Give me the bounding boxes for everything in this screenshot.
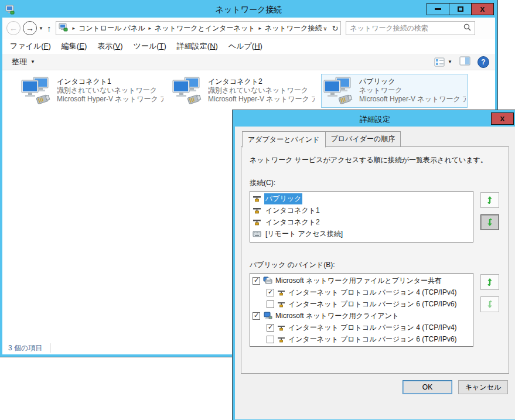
binding-checkbox[interactable]: ✓ <box>253 277 260 285</box>
search-icon <box>463 23 471 33</box>
network-client-icon <box>263 312 272 320</box>
crumb-control-panel[interactable]: コントロール パネル <box>79 23 145 33</box>
organize-dropdown-icon: ▼ <box>30 59 35 64</box>
connection-item-public[interactable]: パブリック <box>251 193 472 204</box>
binding-checkbox[interactable]: ✓ <box>267 301 274 308</box>
menu-bar: ファイル(F) 編集(E) 表示(V) ツール(T) 詳細設定(N) ヘルプ(H… <box>2 39 495 54</box>
network-connection-icon <box>21 76 53 106</box>
refresh-icon[interactable]: ↻ <box>332 24 339 33</box>
binding-checkbox[interactable]: ✓ <box>267 336 274 343</box>
address-dropdown-icon[interactable]: ∨ <box>323 25 327 32</box>
binding-client-for-networks[interactable]: ✓ Microsoft ネットワーク用クライアント <box>251 310 472 322</box>
help-button[interactable]: ? <box>478 56 489 68</box>
connections-label: 接続(C): <box>250 178 500 188</box>
crumb-separator-icon: ▸ <box>149 25 152 31</box>
back-icon: ← <box>9 23 18 33</box>
connection-status: 識別されていないネットワーク <box>57 86 163 95</box>
bindings-move-down-button[interactable] <box>480 296 499 312</box>
menu-file[interactable]: ファイル(F) <box>5 39 56 53</box>
search-box <box>346 21 475 35</box>
connection-device: Microsoft Hyper-V ネットワーク ア... <box>208 95 315 104</box>
close-icon: x <box>480 5 485 13</box>
move-down-icon <box>486 218 494 227</box>
dialog-button-row: OK キャンセル <box>241 374 509 401</box>
dialog-title: 詳細設定 <box>360 114 390 125</box>
connection-device: Microsoft Hyper-V ネットワーク ア... <box>359 95 466 104</box>
menu-help[interactable]: ヘルプ(H) <box>223 39 268 53</box>
binding-checkbox[interactable]: ✓ <box>267 324 274 332</box>
protocol-icon <box>277 289 285 296</box>
binding-file-printer-sharing[interactable]: ✓ Microsoft ネットワーク用ファイルとプリンター共有 <box>251 275 472 286</box>
crumb-separator-icon: ▸ <box>72 25 75 31</box>
organize-button[interactable]: 整理 ▼ <box>8 55 39 69</box>
ok-button[interactable]: OK <box>403 380 452 394</box>
dialog-body: アダプターとバインド プロバイダーの順序 ネットワーク サービスがアクセスする順… <box>235 127 515 401</box>
binding-ipv6-under-sharing[interactable]: ✓ インターネット プロトコル バージョン 6 (TCP/IPv6) <box>251 298 472 310</box>
connection-tile-interconnect2[interactable]: インタコネクト2 識別されていないネットワーク Microsoft Hyper-… <box>170 74 316 108</box>
menu-view[interactable]: 表示(V) <box>92 39 128 53</box>
toolbar-right-icons: ▼ ? <box>434 56 489 68</box>
crumb-network-internet[interactable]: ネットワークとインターネット <box>155 23 255 33</box>
connection-item-interconnect2[interactable]: インタコネクト2 <box>251 216 472 228</box>
tab-provider-order[interactable]: プロバイダーの順序 <box>325 131 401 147</box>
search-input[interactable] <box>346 24 463 32</box>
bindings-move-up-button[interactable] <box>480 274 499 290</box>
up-button[interactable]: ↑ <box>47 23 52 33</box>
connection-tile-public[interactable]: パブリック ネットワーク Microsoft Hyper-V ネットワーク ア.… <box>321 74 468 108</box>
help-icon: ? <box>481 58 485 66</box>
recent-pages-dropdown[interactable]: ▼ <box>39 26 43 31</box>
tab-strip: アダプターとバインド プロバイダーの順序 <box>242 131 509 147</box>
dialog-close-button[interactable]: x <box>491 112 514 125</box>
connections-row: パブリック インタコネクト1 インタコネクト2 [リモート アクセス接 <box>250 191 500 243</box>
cancel-button[interactable]: キャンセル <box>458 380 508 394</box>
binding-checkbox[interactable]: ✓ <box>253 312 260 320</box>
menu-advanced[interactable]: 詳細設定(N) <box>172 39 223 53</box>
protocol-icon <box>277 301 285 308</box>
network-adapter-icon <box>253 207 261 214</box>
crumb-separator-icon: ▸ <box>258 25 261 31</box>
connection-status: ネットワーク <box>359 86 466 95</box>
minimize-icon <box>435 8 441 10</box>
menu-edit[interactable]: 編集(E) <box>56 39 92 53</box>
connections-listbox[interactable]: パブリック インタコネクト1 インタコネクト2 [リモート アクセス接 <box>250 191 473 243</box>
move-down-icon <box>486 300 494 309</box>
main-window-controls: x <box>427 3 494 15</box>
forward-icon: → <box>26 23 34 33</box>
connections-move-up-button[interactable] <box>480 192 499 208</box>
connection-name: パブリック <box>359 77 466 86</box>
network-adapter-icon <box>253 218 261 226</box>
file-printer-sharing-icon <box>263 276 272 285</box>
bindings-label: パブリック のバインド(B): <box>250 260 500 270</box>
forward-button[interactable]: → <box>23 21 37 35</box>
advanced-settings-dialog: 詳細設定 x アダプターとバインド プロバイダーの順序 ネットワーク サービスが… <box>233 110 515 420</box>
crumb-network-connections[interactable]: ネットワーク接続 <box>265 23 322 33</box>
back-button[interactable]: ← <box>6 21 21 35</box>
connections-move-down-button[interactable] <box>480 214 499 230</box>
dialog-titlebar[interactable]: 詳細設定 x <box>235 112 515 127</box>
network-connection-icon <box>323 76 356 106</box>
connection-tile-interconnect1[interactable]: インタコネクト1 識別されていないネットワーク Microsoft Hyper-… <box>19 74 165 108</box>
maximize-button[interactable] <box>449 3 472 15</box>
tab-adapters-and-bindings[interactable]: アダプターとバインド <box>242 131 326 148</box>
binding-checkbox[interactable]: ✓ <box>267 289 274 296</box>
views-button[interactable]: ▼ <box>434 57 452 67</box>
binding-ipv6-under-client[interactable]: ✓ インターネット プロトコル バージョン 6 (TCP/IPv6) <box>251 333 472 345</box>
views-icon <box>434 57 445 67</box>
minimize-button[interactable] <box>427 3 449 15</box>
menu-tools[interactable]: ツール(T) <box>128 39 172 53</box>
close-button[interactable]: x <box>471 3 494 15</box>
connection-item-remote-access[interactable]: [リモート アクセス接続] <box>251 228 472 240</box>
binding-ipv4-under-client[interactable]: ✓ インターネット プロトコル バージョン 4 (TCP/IPv4) <box>251 322 472 333</box>
breadcrumb[interactable]: ▸ コントロール パネル ▸ ネットワークとインターネット ▸ ネットワーク接続… <box>56 21 341 35</box>
bindings-listbox[interactable]: ✓ Microsoft ネットワーク用ファイルとプリンター共有 ✓ インターネッ… <box>250 273 473 347</box>
network-app-icon <box>5 5 15 17</box>
connection-status: 識別されていないネットワーク <box>208 86 315 95</box>
preview-pane-button[interactable] <box>459 56 470 67</box>
move-up-icon <box>486 278 494 286</box>
binding-ipv4-under-sharing[interactable]: ✓ インターネット プロトコル バージョン 4 (TCP/IPv4) <box>251 286 472 298</box>
move-up-icon <box>486 196 494 204</box>
main-titlebar[interactable]: ネットワーク接続 x <box>2 2 495 18</box>
connection-item-interconnect1[interactable]: インタコネクト1 <box>251 204 472 216</box>
connection-name: インタコネクト1 <box>57 77 163 86</box>
breadcrumb-location-icon <box>59 23 69 33</box>
